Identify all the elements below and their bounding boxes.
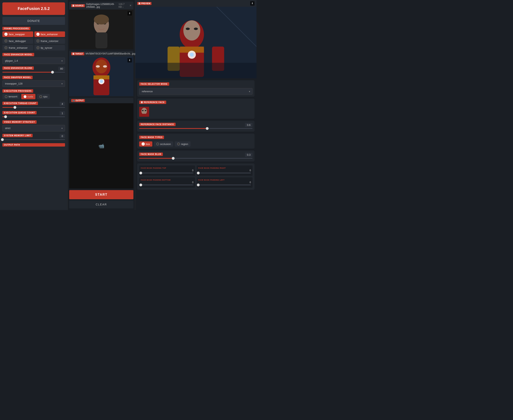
target-tag-label: TARGET (75, 53, 83, 55)
face-mask-types-label: FACE MASK TYPES (139, 136, 164, 139)
output-area: 📹 (69, 103, 134, 188)
execution-queue-count-section: EXECUTION QUEUE COUNT 1 (2, 111, 65, 118)
execution-queue-count-thumb[interactable] (4, 115, 7, 118)
face-mask-padding-card: FACE MASK PADDING TOP 0 FACE MASK PADDIN… (137, 164, 254, 190)
face-mask-types-card: FACE MASK TYPES ✓ box occlusion region (137, 134, 254, 149)
clear-button[interactable]: CLEAR (69, 201, 134, 208)
target-tag: 🖼 TARGET (71, 52, 84, 55)
start-button[interactable]: START (69, 190, 134, 199)
source-close-button[interactable]: × (130, 4, 131, 7)
face-enhancer-model-label: FACE ENHANCER MODEL (2, 53, 34, 56)
processor-lip-syncer[interactable]: lip_syncer (34, 45, 65, 51)
preview-tag-label: PREVIEW (141, 2, 150, 5)
system-memory-limit-value: 0 (60, 134, 65, 138)
check-icon-lip-syncer (36, 46, 40, 49)
padding-right-thumb[interactable] (197, 172, 200, 174)
system-memory-limit-thumb[interactable] (1, 138, 4, 141)
processor-frame-enhancer[interactable]: frame_enhancer (2, 45, 33, 51)
output-tag: 📹 OUTPUT (71, 99, 85, 102)
padding-right-card: FACE MASK PADDING RIGHT 0 (197, 165, 253, 176)
processor-label-lip-syncer: lip_syncer (41, 46, 52, 49)
radio-tensorrt (5, 95, 7, 98)
video-memory-strategy-section: VIDEO MEMORY STRATEGY strict moderate to… (2, 120, 65, 131)
face-enhancer-model-wrapper: gfpgan_1.4 gfpgan_1.3 codeformer (2, 58, 65, 64)
provider-tensorrt[interactable]: tensorrt (2, 94, 20, 99)
reference-face-card: 🖼 REFERENCE FACE (137, 99, 254, 119)
source-tag: 🖼 SOURCE (71, 4, 85, 7)
execution-thread-count-thumb[interactable] (14, 106, 16, 109)
source-filesize: 116.7 KB ↓ (119, 3, 127, 8)
source-download-badge[interactable]: ⬇ (127, 11, 132, 15)
mask-type-box[interactable]: ✓ box (139, 141, 152, 147)
processor-face-debugger[interactable]: face_debugger (2, 38, 33, 44)
output-icon: 📹 (72, 99, 75, 102)
reference-face-label: 🖼 REFERENCE FACE (139, 101, 166, 104)
padding-left-card: FACE MASK PADDING LEFT 0 (197, 177, 253, 188)
processor-face-enhancer[interactable]: ✓ face_enhancer (34, 31, 65, 37)
padding-top-value: 0 (141, 169, 193, 172)
provider-label-tensorrt: tensorrt (8, 95, 17, 98)
padding-top-label: FACE MASK PADDING TOP (141, 167, 193, 169)
reference-face-thumb-area (139, 107, 253, 117)
face-enhancer-model-section: FACE ENHANCER MODEL gfpgan_1.4 gfpgan_1.… (2, 53, 65, 64)
reference-face-distance-track (139, 128, 253, 129)
video-memory-strategy-select[interactable]: strict moderate tolerant (2, 125, 65, 131)
provider-cuda[interactable]: cuda (21, 94, 35, 99)
provider-cpu[interactable]: cpu (37, 94, 50, 99)
face-enhancer-blend-track (2, 72, 65, 73)
preview-image-area (135, 7, 256, 78)
donate-button[interactable]: DONATE (2, 17, 65, 25)
mask-type-occlusion-label: occlusion (160, 142, 171, 146)
provider-label-cuda: cuda (27, 95, 33, 98)
face-swapper-model-select[interactable]: inswapper_128 inswapper_256 (2, 80, 65, 87)
padding-left-label: FACE MASK PADDING LEFT (198, 179, 251, 181)
right-controls: FACE SELECTOR MODE reference one many 🖼 … (135, 78, 256, 192)
output-path-label: OUTPUT PATH (2, 143, 65, 147)
mask-type-occlusion[interactable]: occlusion (154, 141, 173, 147)
face-selector-mode-label: FACE SELECTOR MODE (139, 82, 169, 86)
processor-frame-colorizer[interactable]: frame_colorizer (34, 38, 65, 44)
padding-top-thumb[interactable] (139, 172, 142, 174)
face-selector-mode-card: FACE SELECTOR MODE reference one many (137, 80, 254, 97)
reference-face-label-text: REFERENCE FACE (144, 101, 165, 103)
video-memory-strategy-label: VIDEO MEMORY STRATEGY (2, 120, 37, 124)
reference-face-distance-label: REFERENCE FACE DISTANCE (139, 123, 176, 126)
svg-rect-1 (96, 32, 107, 48)
execution-thread-count-label: EXECUTION THREAD COUNT (2, 102, 38, 105)
radio-cpu (39, 95, 42, 98)
padding-bottom-thumb[interactable] (139, 184, 142, 186)
reference-face-thumbnail[interactable] (139, 107, 149, 117)
processor-label-frame-enhancer: frame_enhancer (9, 46, 28, 49)
face-enhancer-blend-thumb[interactable] (51, 71, 54, 74)
check-icon-face-swapper: ✓ (4, 33, 7, 36)
preview-tag: 🖼 PREVIEW (137, 2, 151, 5)
face-enhancer-model-select[interactable]: gfpgan_1.4 gfpgan_1.3 codeformer (2, 58, 65, 64)
svg-point-8 (100, 80, 103, 83)
execution-queue-count-track (2, 116, 65, 117)
padding-bottom-track (141, 185, 193, 185)
provider-label-cpu: cpu (43, 95, 47, 98)
source-filename: GettyImages-1258889149-1f50bb8...jpg (86, 3, 119, 8)
face-mask-blur-thumb[interactable] (172, 157, 175, 160)
radio-occlusion (156, 142, 159, 145)
face-selector-mode-select[interactable]: reference one many (139, 88, 253, 95)
reference-face-distance-thumb[interactable] (206, 127, 208, 130)
face-swapper-model-wrapper: inswapper_128 inswapper_256 (2, 80, 65, 87)
source-image-preview: ⬇ (69, 9, 134, 49)
system-memory-limit-section: SYSTEM MEMORY LIMIT 0 (2, 134, 65, 141)
middle-panel: 🖼 SOURCE GettyImages-1258889149-1f50bb8.… (68, 0, 135, 210)
svg-point-19 (194, 28, 198, 30)
padding-left-thumb[interactable] (197, 184, 200, 186)
padding-bottom-card: FACE MASK PADDING BOTTOM 0 (139, 177, 195, 188)
preview-download-badge[interactable]: ⬇ (250, 1, 254, 6)
mask-type-region[interactable]: region (175, 141, 191, 147)
execution-thread-count-value: 4 (60, 102, 65, 106)
reference-face-distance-value: 0.6 (245, 123, 253, 127)
face-swapper-model-section: FACE SWAPPER MODEL inswapper_128 inswapp… (2, 76, 65, 87)
processor-face-swapper[interactable]: ✓ face_swapper (2, 31, 33, 37)
target-download-badge[interactable]: ⬇ (127, 58, 132, 62)
execution-queue-count-label: EXECUTION QUEUE COUNT (2, 111, 37, 114)
face-mask-blur-card: FACE MASK BLUR 0.3 (137, 150, 254, 161)
check-icon-face-enhancer: ✓ (36, 33, 40, 36)
target-header-left: 🖼 TARGET MV5BMTl5ODY5NTUzMF5BMl5BanBnXk.… (71, 52, 135, 55)
